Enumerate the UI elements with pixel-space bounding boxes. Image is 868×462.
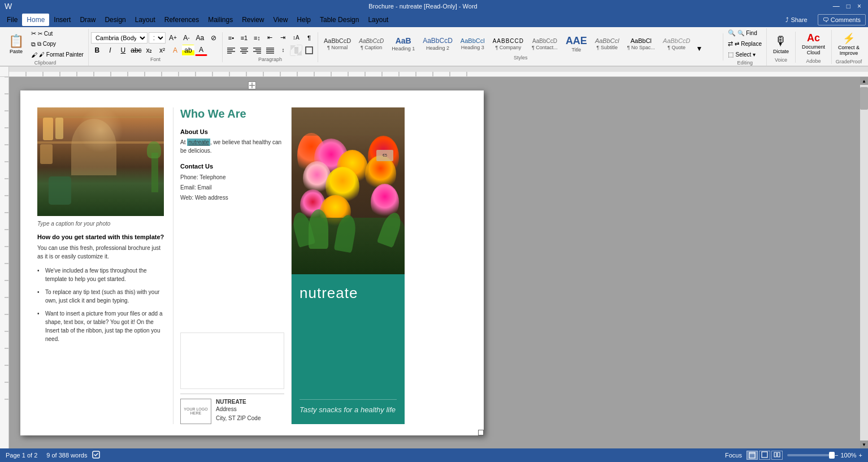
menu-item-home[interactable]: Home bbox=[22, 14, 49, 26]
comments-button[interactable]: 🗨 Comments bbox=[818, 14, 866, 25]
menu-item-insert[interactable]: Insert bbox=[49, 14, 75, 26]
decrease-indent-button[interactable]: ⇤ bbox=[264, 32, 276, 44]
multilevel-button[interactable]: ≡↕ bbox=[251, 32, 263, 44]
show-hide-button[interactable]: ¶ bbox=[303, 32, 315, 44]
style-h1-label: Heading 1 bbox=[392, 46, 415, 51]
italic-button[interactable]: I bbox=[104, 45, 116, 56]
styles-scroll-down[interactable]: ▼ bbox=[695, 43, 704, 54]
focus-label: Focus bbox=[725, 452, 742, 459]
move-handle[interactable] bbox=[248, 81, 256, 89]
left-column: Type a caption for your photo How do you… bbox=[37, 107, 173, 424]
text-effects-button[interactable]: A bbox=[169, 45, 181, 56]
print-layout-btn[interactable] bbox=[747, 451, 758, 460]
scroll-track bbox=[860, 110, 868, 441]
paste-button[interactable]: 📋 Paste bbox=[5, 32, 28, 57]
style-normal-label: ¶ Normal bbox=[327, 45, 348, 50]
menu-item-draw[interactable]: Draw bbox=[75, 14, 100, 26]
menu-item-review[interactable]: Review bbox=[237, 14, 268, 26]
superscript-button[interactable]: x² bbox=[156, 45, 168, 56]
shrink-font-button[interactable]: A- bbox=[180, 32, 193, 44]
font-size-select[interactable]: 11 bbox=[149, 32, 166, 44]
center-button[interactable] bbox=[238, 45, 250, 56]
title-and-menu: W Brochure - nutreate [Read-Only] - Word… bbox=[0, 0, 868, 27]
style-nospace[interactable]: AaBbCl ¶ No Spac... bbox=[624, 36, 658, 52]
right-column: €5 nutreate bbox=[292, 107, 405, 424]
style-subtitle[interactable]: AaBbCcl ¶ Subtitle bbox=[592, 36, 623, 52]
minimize-button[interactable]: — bbox=[831, 2, 842, 10]
cut-button[interactable]: ✂ ✂ Cut bbox=[29, 29, 86, 38]
replace-button[interactable]: ⇄ ⇄ Replace bbox=[726, 39, 763, 49]
borders-button[interactable] bbox=[303, 45, 315, 56]
menu-item-design[interactable]: Design bbox=[100, 14, 130, 26]
find-icon: 🔍 bbox=[728, 29, 736, 37]
scroll-down-btn[interactable]: ▼ bbox=[860, 441, 868, 448]
bullets-button[interactable]: ≡• bbox=[225, 32, 237, 44]
grow-font-button[interactable]: A+ bbox=[167, 32, 179, 44]
scroll-up-btn[interactable]: ▲ bbox=[860, 77, 868, 85]
menu-item-table-design[interactable]: Table Design bbox=[315, 14, 363, 26]
sort-button[interactable]: ↕A bbox=[290, 32, 302, 44]
strikethrough-button[interactable]: abc bbox=[130, 45, 142, 56]
select-button[interactable]: ⬚ Select ▾ bbox=[726, 50, 758, 59]
justify-button[interactable] bbox=[264, 45, 276, 56]
gradeproof-button[interactable]: ⚡ Correct &Improve bbox=[834, 30, 863, 58]
change-case-button[interactable]: Aa bbox=[194, 32, 206, 44]
share-button[interactable]: ⤴ Share bbox=[779, 15, 814, 25]
font-name-select[interactable]: Cambria (Body) bbox=[91, 32, 147, 44]
read-mode-btn[interactable] bbox=[771, 451, 783, 460]
dictate-button[interactable]: 🎙 Dictate bbox=[769, 32, 793, 57]
menu-item-help[interactable]: Help bbox=[292, 14, 315, 26]
format-painter-button[interactable]: 🖌 🖌 Format Painter bbox=[29, 50, 86, 59]
style-quote[interactable]: AaBbCcD ¶ Quote bbox=[659, 36, 693, 52]
align-right-button[interactable] bbox=[251, 45, 263, 56]
zoom-handle[interactable] bbox=[829, 452, 835, 459]
style-normal[interactable]: AaBbCcD ¶ Normal bbox=[320, 36, 354, 52]
style-company[interactable]: AABBCCD ¶ Company bbox=[489, 36, 527, 52]
style-contact[interactable]: AaBbCcD ¶ Contact... bbox=[528, 36, 561, 52]
clear-format-button[interactable]: ⊘ bbox=[207, 32, 220, 44]
highlight-button[interactable]: ab bbox=[182, 45, 194, 56]
zoom-in-btn[interactable]: + bbox=[859, 452, 862, 459]
maximize-button[interactable]: □ bbox=[844, 2, 853, 10]
menu-item-references[interactable]: References bbox=[160, 14, 203, 26]
zoom-out-btn[interactable]: − bbox=[835, 452, 838, 459]
bold-button[interactable]: B bbox=[91, 45, 103, 56]
city-line: City, ST ZIP Code bbox=[216, 414, 261, 423]
close-button[interactable]: × bbox=[855, 2, 863, 10]
ribbon-group-styles: AaBbCcD ¶ Normal AaBbCcD ¶ Caption AaB H… bbox=[318, 33, 724, 61]
menu-item-view[interactable]: View bbox=[269, 14, 293, 26]
zoom-slider[interactable] bbox=[787, 454, 832, 456]
vertical-scrollbar[interactable]: ▲ ▼ bbox=[860, 77, 868, 448]
copy-button[interactable]: ⧉ ⧉ Copy bbox=[29, 40, 86, 49]
document-scroll[interactable]: Type a caption for your photo How do you… bbox=[9, 77, 860, 448]
resize-handle[interactable] bbox=[478, 430, 484, 435]
style-h1[interactable]: AaB Heading 1 bbox=[388, 34, 418, 53]
menu-item-mailings[interactable]: Mailings bbox=[203, 14, 237, 26]
subscript-button[interactable]: x₂ bbox=[143, 45, 155, 56]
menu-item-layout[interactable]: Layout bbox=[131, 14, 160, 26]
find-button[interactable]: 🔍 🔍 Find bbox=[726, 28, 759, 38]
web-layout-btn[interactable] bbox=[759, 451, 770, 460]
shading-button[interactable]: ░ bbox=[290, 45, 302, 56]
numbering-button[interactable]: ≡1 bbox=[238, 32, 250, 44]
menu-item-file[interactable]: File bbox=[2, 14, 22, 26]
line-spacing-button[interactable]: ↕ bbox=[277, 45, 289, 56]
font-color-button[interactable]: A bbox=[195, 45, 207, 56]
menu-item-layout2[interactable]: Layout bbox=[363, 14, 393, 26]
underline-button[interactable]: U bbox=[117, 45, 129, 56]
increase-indent-button[interactable]: ⇥ bbox=[277, 32, 289, 44]
scroll-thumb[interactable] bbox=[860, 87, 868, 110]
style-h3[interactable]: AaBbCcl Heading 3 bbox=[457, 36, 488, 52]
brand-name: nutreate bbox=[300, 284, 397, 302]
style-title[interactable]: AAE Title bbox=[562, 33, 591, 55]
flowers-photo: €5 bbox=[292, 107, 405, 274]
adobe-button[interactable]: Ac DocumentCloud bbox=[798, 30, 829, 58]
align-left-button[interactable] bbox=[225, 45, 237, 56]
window-title-row: W Brochure - nutreate [Read-Only] - Word… bbox=[0, 0, 868, 12]
photo-caption: Type a caption for your photo bbox=[37, 221, 167, 227]
style-caption[interactable]: AaBbCcD ¶ Caption bbox=[355, 36, 387, 52]
style-nospace-preview: AaBbCl bbox=[631, 37, 652, 45]
style-h2[interactable]: AaBbCcD Heading 2 bbox=[419, 35, 456, 52]
proofing-icon[interactable] bbox=[92, 450, 101, 460]
style-subtitle-preview: AaBbCcl bbox=[595, 37, 619, 45]
